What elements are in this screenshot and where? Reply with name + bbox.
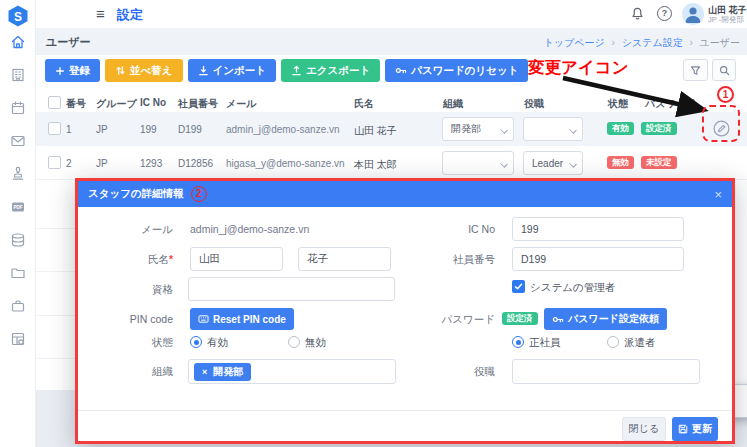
- tag-remove-icon[interactable]: ×: [202, 367, 207, 377]
- required-mark: *: [169, 253, 173, 265]
- help-icon[interactable]: ?: [657, 6, 672, 21]
- cell-email: admin_j@demo-sanze.vn: [226, 124, 340, 135]
- breadcrumb-system-settings[interactable]: システム設定: [622, 37, 683, 48]
- name-label: 氏名*: [83, 247, 173, 271]
- org-select[interactable]: 開発部: [442, 117, 514, 141]
- keypad-icon: [198, 314, 209, 324]
- sidebar-mail-icon[interactable]: [10, 133, 26, 149]
- employee-temp-label: 派遣者: [624, 336, 656, 349]
- modal-footer-divider: [78, 410, 732, 411]
- modal-close-button[interactable]: 閉じる: [622, 417, 666, 441]
- sidebar-home-icon[interactable]: [10, 34, 26, 50]
- save-icon: [678, 424, 688, 434]
- qualification-label: 資格: [83, 277, 173, 301]
- modal-update-button[interactable]: 更新: [672, 417, 718, 441]
- password-request-button[interactable]: パスワード設定依頼: [544, 308, 667, 330]
- col-header-empno: 社員番号: [178, 97, 218, 111]
- qualification-input[interactable]: [188, 277, 395, 301]
- cell-name: 本田 太郎: [354, 158, 397, 172]
- page-title: ユーザー: [46, 35, 91, 50]
- notification-bell-icon[interactable]: [630, 6, 645, 25]
- check-icon: [514, 282, 523, 291]
- icno-label: IC No: [405, 217, 495, 241]
- employee-regular-radio[interactable]: [512, 336, 524, 348]
- col-header-name: 氏名: [354, 97, 374, 111]
- sidebar-database-icon[interactable]: [10, 232, 26, 248]
- cell-no: 1: [66, 124, 72, 135]
- row-divider: [36, 315, 75, 316]
- breadcrumb-separator: ›: [612, 37, 615, 48]
- app-title: 設定: [117, 6, 143, 24]
- org-multiselect[interactable]: ×開発部: [188, 359, 396, 384]
- sidebar-briefcase-icon[interactable]: [10, 298, 26, 314]
- chevron-down-icon: [569, 160, 577, 168]
- breadcrumb-bar: ユーザー トップページ › システム設定 › ユーザー: [36, 28, 747, 55]
- cell-email: higasa_y@demo-sanze.vn: [226, 158, 345, 169]
- role-select[interactable]: Leader: [523, 151, 583, 175]
- breadcrumb-top-page[interactable]: トップページ: [544, 37, 605, 48]
- password-status-badge: 設定済: [502, 312, 538, 325]
- sidebar-stamp-icon[interactable]: [10, 166, 26, 182]
- sidebar-pdf-icon[interactable]: PDF: [10, 199, 26, 215]
- col-header-icno: IC No: [140, 97, 166, 108]
- chevron-down-icon: [500, 160, 508, 168]
- status-label: 状態: [83, 335, 173, 349]
- user-department: JP -開発部: [708, 15, 744, 25]
- modal-close-icon[interactable]: ×: [714, 187, 722, 202]
- row-divider: [36, 271, 75, 272]
- admin-checkbox[interactable]: [512, 280, 525, 293]
- sidebar-company-icon[interactable]: [10, 67, 26, 83]
- col-header-org: 組織: [443, 97, 463, 111]
- row-checkbox[interactable]: [48, 156, 61, 169]
- user-avatar[interactable]: [682, 3, 704, 25]
- sort-button[interactable]: 並べ替え: [105, 59, 183, 82]
- import-icon: [198, 65, 209, 76]
- last-name-input[interactable]: [190, 247, 283, 271]
- sidebar-folder-icon[interactable]: [10, 265, 26, 281]
- row-divider: [36, 228, 75, 229]
- row-checkbox[interactable]: [48, 122, 61, 135]
- role-label: 役職: [405, 359, 495, 384]
- toolbar: 登録 並べ替え インポート エクスポート パスワードのリセット: [45, 59, 528, 82]
- password-badge: 未設定: [641, 156, 677, 169]
- org-select[interactable]: [442, 151, 514, 175]
- status-active-radio[interactable]: [190, 336, 202, 348]
- sidebar: S PDF: [0, 0, 36, 447]
- app-logo-icon[interactable]: S: [6, 4, 30, 28]
- org-label: 組織: [83, 359, 173, 384]
- sidebar-calendar-icon[interactable]: [10, 100, 26, 116]
- register-button[interactable]: 登録: [45, 59, 100, 82]
- first-name-input[interactable]: [298, 247, 391, 271]
- reset-pin-button[interactable]: Reset PIN code: [190, 308, 294, 330]
- breadcrumb: トップページ › システム設定 › ユーザー: [544, 36, 740, 50]
- admin-checkbox-label: システムの管理者: [530, 281, 615, 294]
- export-button[interactable]: エクスポート: [281, 59, 380, 82]
- key-icon: [395, 65, 407, 76]
- menu-toggle-icon[interactable]: ≡: [96, 5, 105, 22]
- col-header-no: 番号: [66, 97, 86, 111]
- select-all-checkbox[interactable]: [48, 96, 61, 109]
- email-value: admin_j@demo-sanze.vn: [190, 217, 309, 241]
- svg-text:PDF: PDF: [13, 205, 22, 210]
- topbar: ≡ 設定 ? 山田 花子 JP -開発部: [36, 0, 747, 28]
- cell-no: 2: [66, 158, 72, 169]
- employee-temp-radio[interactable]: [607, 336, 619, 348]
- empno-label: 社員番号: [405, 247, 495, 271]
- annotation-step-2: 2: [191, 186, 207, 202]
- export-icon: [291, 65, 302, 76]
- import-button[interactable]: インポート: [188, 59, 276, 82]
- cell-name: 山田 花子: [354, 124, 397, 138]
- password-reset-button[interactable]: パスワードのリセット: [385, 59, 528, 82]
- sidebar-report-icon[interactable]: [10, 331, 26, 347]
- empno-input[interactable]: [512, 247, 684, 271]
- col-header-group: グループ: [96, 97, 137, 111]
- status-inactive-radio[interactable]: [288, 336, 300, 348]
- breadcrumb-current: ユーザー: [700, 37, 740, 48]
- cell-group: JP: [96, 158, 108, 169]
- breadcrumb-separator: ›: [689, 37, 692, 48]
- search-icon: [718, 64, 731, 77]
- role-input[interactable]: [512, 359, 700, 384]
- staff-detail-modal: スタッフの詳細情報 2 × メール admin_j@demo-sanze.vn …: [75, 178, 735, 444]
- row-divider: [36, 358, 75, 359]
- icno-input[interactable]: [512, 217, 684, 241]
